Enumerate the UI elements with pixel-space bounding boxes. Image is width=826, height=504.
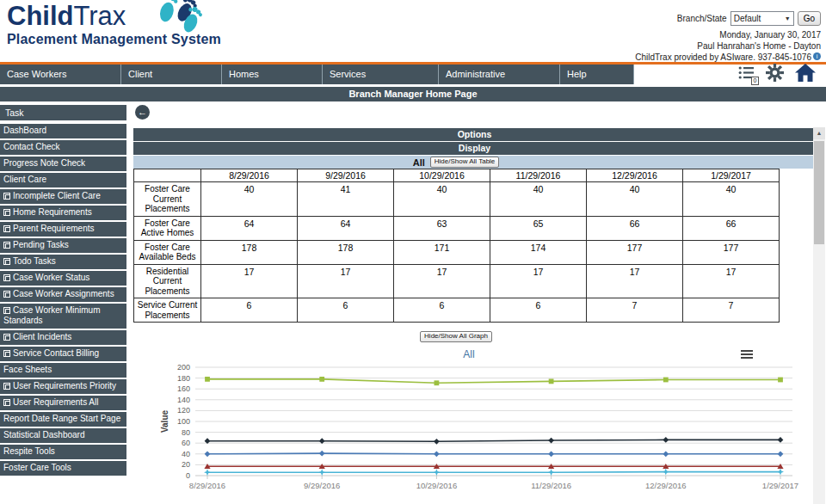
cell-value: 6 [490,298,587,323]
sidebar-item-client-incidents[interactable]: Client Incidents [0,330,126,345]
all-label: All [413,157,425,168]
cell-value: 17 [394,264,490,298]
chart-title: All [463,348,474,360]
open-window-icon [3,274,10,281]
menu-services[interactable]: Services [323,65,439,84]
cell-value: 178 [201,240,298,264]
info-icon[interactable]: i [813,52,821,60]
svg-text:8/29/2016: 8/29/2016 [189,481,225,490]
sidebar-item-case-worker-status[interactable]: Case Worker Status [0,271,126,286]
sidebar-item-label: Case Worker Status [13,273,89,282]
home-icon[interactable] [795,64,816,85]
cell-value: 17 [587,264,683,298]
row-label: Service Current Placements [134,298,201,323]
sidebar-item-case-worker-assignments[interactable]: Case Worker Assignments [0,287,126,302]
svg-text:160: 160 [177,384,190,393]
sidebar-item-face-sheets[interactable]: Face Sheets [0,363,126,378]
sidebar-item-user-requirements-priority[interactable]: User Requirements Priority [0,379,126,394]
task-sidebar: Task DashBoardContact CheckProgress Note… [0,101,126,504]
task-list-icon[interactable]: 0 [738,65,755,83]
column-header: 8/29/2016 [201,169,298,182]
sidebar-item-home-requirements[interactable]: Home Requirements [0,206,126,220]
menu-administrative[interactable]: Administrative [439,65,560,84]
cell-value: 40 [394,182,490,217]
sidebar-item-incomplete-client-care[interactable]: Incomplete Client Care [0,189,126,204]
open-window-icon [3,307,10,314]
table-row: Foster Care Available Beds17817817117417… [134,240,780,264]
menu-client[interactable]: Client [121,65,222,84]
menu-items: Case WorkersClientHomesServicesAdministr… [0,65,634,84]
sidebar-item-pending-tasks[interactable]: Pending Tasks [0,238,126,253]
page-title: Branch Manager Home Page [0,87,826,101]
svg-text:120: 120 [177,406,190,415]
sidebar-item-label: Foster Care Tools [3,463,71,472]
gear-icon[interactable] [766,64,784,85]
branch-state-select[interactable]: Default ▼ [730,11,794,26]
sidebar-item-service-contact-billing[interactable]: Service Contact Billing [0,347,126,361]
hide-show-graph-button[interactable]: Hide/Show All Graph [420,331,492,342]
sidebar-item-todo-tasks[interactable]: Todo Tasks [0,255,126,269]
cell-value: 6 [298,298,394,323]
sidebar-item-respite-tools[interactable]: Respite Tools [0,445,126,459]
app-header: ChildTrax [0,0,826,62]
scroll-up-arrow[interactable]: ▲ [813,127,825,139]
sidebar-item-label: Parent Requirements [13,224,95,233]
cell-value: 66 [587,216,683,240]
placements-table: 8/29/20169/29/201610/29/201611/29/201612… [133,169,780,323]
sidebar-item-user-requirements-all[interactable]: User Requirements All [0,396,126,410]
sidebar-item-label: User Requirements All [13,397,98,407]
column-header: 1/29/2017 [683,169,780,182]
sidebar-item-label: Progress Note Check [3,158,85,168]
open-window-icon [3,383,10,390]
menu-case-workers[interactable]: Case Workers [0,65,121,84]
row-label: Foster Care Active Homes [134,216,201,240]
svg-text:1/29/2017: 1/29/2017 [762,481,798,490]
sidebar-item-label: Pending Tasks [13,240,69,249]
sidebar-item-progress-note-check[interactable]: Progress Note Check [0,157,126,171]
back-button[interactable]: ← [135,105,150,120]
sidebar-item-report-date-range-start-page[interactable]: Report Date Range Start Page [0,412,126,427]
sidebar-item-label: Todo Tasks [13,256,56,266]
column-header: 11/29/2016 [490,169,587,182]
menu-homes[interactable]: Homes [222,65,323,84]
cell-value: 6 [201,298,298,323]
vertical-scrollbar[interactable]: ▲ [813,127,825,504]
cell-value: 177 [587,240,683,264]
go-button[interactable]: Go [798,11,821,26]
cell-value: 17 [201,264,298,298]
svg-text:100: 100 [177,417,190,426]
options-header: Options [133,128,816,141]
menu-help[interactable]: Help [560,65,634,84]
chart-menu-icon[interactable] [741,350,753,360]
branch-state-label: Branch/State [677,14,727,23]
branch-state-selected-value: Default [734,14,761,23]
sidebar-item-label: Incomplete Client Care [13,191,101,200]
sidebar-item-case-worker-minimum-standards[interactable]: Case Worker Minimum Standards [0,304,126,329]
sidebar-item-contact-check[interactable]: Contact Check [0,140,126,155]
open-window-icon [3,334,10,341]
svg-text:40: 40 [182,450,190,458]
sidebar-item-dashboard[interactable]: DashBoard [0,124,126,138]
hide-show-table-button[interactable]: Hide/Show All Table [430,157,500,168]
sidebar-item-statistical-dashboard[interactable]: Statistical Dashboard [0,428,126,443]
sidebar-item-parent-requirements[interactable]: Parent Requirements [0,222,126,237]
svg-text:9/29/2016: 9/29/2016 [304,481,340,490]
cell-value: 6 [394,298,490,323]
sidebar-item-label: User Requirements Priority [13,381,116,390]
cell-value: 41 [298,182,394,217]
table-row: Foster Care Active Homes646463656666 [134,216,780,240]
provider-line: ChildTrax provided by ASIware. 937-845-1… [635,52,821,63]
row-label: Foster Care Available Beds [134,240,201,264]
cell-value: 17 [683,264,780,298]
scroll-thumb[interactable] [814,141,824,244]
open-window-icon [3,258,10,265]
sidebar-item-label: Case Worker Minimum Standards [3,305,101,325]
table-row: Residential Current Placements1717171717… [134,264,780,298]
sidebar-item-client-care[interactable]: Client Care [0,173,126,187]
cell-value: 66 [683,216,780,240]
cell-value: 7 [683,298,780,323]
main-menubar: Case WorkersClientHomesServicesAdministr… [0,65,826,84]
sidebar-item-foster-care-tools[interactable]: Foster Care Tools [0,461,126,476]
open-window-icon [3,193,10,200]
table-row: Foster Care Current Placements4041404040… [134,182,780,217]
